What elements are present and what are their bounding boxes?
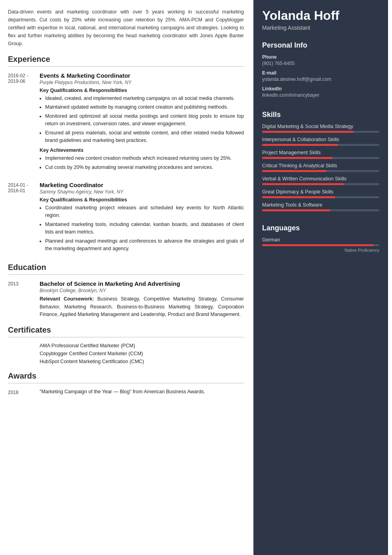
awards-divider: [8, 383, 244, 383]
skill-item: Project Management Skills: [262, 150, 379, 159]
list-item: Monitored and optimized all social media…: [45, 113, 244, 128]
list-item: Maintained updated website by managing c…: [45, 103, 244, 111]
edu-content: Bachelor of Science in Marketing And Adv…: [40, 280, 244, 318]
right-column: Yolanda Hoff Marketing Assistant Persona…: [253, 0, 388, 555]
email-label: E-mail: [262, 70, 379, 76]
job-title: Events & Marketing Coordinator: [40, 72, 244, 79]
award-year: 2018: [8, 389, 40, 395]
skill-item: Great Diplomacy & People Skills: [262, 189, 379, 198]
certificate-item: Copyblogger Certified Content Marketer (…: [40, 351, 244, 356]
email-value: yolanda.desiree.hoff@gmail.com: [262, 77, 379, 82]
list-item: Cut costs by 20% by automating several m…: [45, 164, 244, 171]
skill-name: Great Diplomacy & People Skills: [262, 189, 379, 195]
phone-label: Phone: [262, 54, 379, 60]
personal-info-title: Personal Info: [262, 41, 379, 50]
phone-value: (901) 765-8455: [262, 61, 379, 66]
experience-list: 2016-02 -2019-06 Events & Marketing Coor…: [8, 72, 244, 256]
language-item: German Native Proficiency: [262, 237, 379, 253]
certificates-section: Certificates AMA Professional Certified …: [8, 325, 244, 364]
list-item: Coordinated marketing project releases a…: [45, 204, 244, 220]
education-section: Education 2013 Bachelor of Science in Ma…: [8, 263, 244, 318]
exp-dates: 2016-02 -2019-06: [8, 72, 40, 174]
achievements-list: Implemented new content creation methods…: [40, 155, 244, 171]
qualifications-list: Ideated, created, and implemented market…: [40, 95, 244, 144]
skill-name: Project Management Skills: [262, 150, 379, 155]
list-item: Maintained marketing tools, including ca…: [45, 221, 244, 236]
experience-title: Experience: [8, 55, 244, 64]
linkedin-value: linkedin.com/in/nancybayer: [262, 92, 379, 98]
skill-item: Interpersonal & Collaboration Skills: [262, 137, 379, 146]
qualifications-label: Key Qualifications & Responsibilities: [40, 197, 244, 203]
awards-section: Awards 2018 "Marketing Campaign of the Y…: [8, 371, 244, 395]
edu-degree: Bachelor of Science in Marketing And Adv…: [40, 280, 244, 287]
linkedin-label: LinkedIn: [262, 86, 379, 92]
skill-bar-bg: [262, 157, 379, 159]
list-item: Implemented new content creation methods…: [45, 155, 244, 162]
skill-bar-bg: [262, 183, 379, 185]
certificates-list: AMA Professional Certified Marketer (PCM…: [8, 343, 244, 364]
list-item: Ideated, created, and implemented market…: [45, 95, 244, 102]
experience-section: Experience 2016-02 -2019-06 Events & Mar…: [8, 55, 244, 256]
experience-divider: [8, 66, 244, 67]
person-title: Marketing Assistant: [262, 25, 379, 31]
languages-title: Languages: [262, 224, 379, 233]
skill-bar-fill: [262, 183, 344, 185]
skill-item: Digital Marketing & Social Media Strateg…: [262, 124, 379, 133]
job-company: Sammy Shaymu Agency, New York, NY: [40, 189, 244, 195]
skill-item: Marketing Tools & Software: [262, 202, 379, 211]
edu-year: 2013: [8, 280, 40, 318]
experience-item: 2016-02 -2019-06 Events & Marketing Coor…: [8, 72, 244, 174]
skill-item: Verbal & Written Communication Skills: [262, 176, 379, 185]
summary: Data-driven events and marketing coordin…: [8, 8, 244, 48]
skill-bar-bg: [262, 196, 379, 198]
skill-name: Digital Marketing & Social Media Strateg…: [262, 124, 379, 129]
skill-bar-bg: [262, 170, 379, 172]
education-divider: [8, 274, 244, 275]
exp-content: Marketing Coordinator Sammy Shaymu Agenc…: [40, 182, 244, 256]
exp-dates: 2014-01 -2016-01: [8, 182, 40, 256]
achievements-label: Key Achievements: [40, 147, 244, 153]
skill-bar-bg: [262, 131, 379, 133]
skills-section: Skills Digital Marketing & Social Media …: [253, 106, 388, 219]
certificates-title: Certificates: [8, 325, 244, 335]
skill-name: Verbal & Written Communication Skills: [262, 176, 379, 182]
personal-info-section: Personal Info Phone (901) 765-8455 E-mai…: [253, 36, 388, 106]
language-bar-bg: [262, 244, 379, 246]
edu-coursework: Relevant Coursework: Business Strategy, …: [40, 295, 244, 318]
skill-bar-fill: [262, 209, 330, 211]
skill-bar-fill: [262, 144, 338, 146]
language-name: German: [262, 237, 379, 243]
experience-item: 2014-01 -2016-01 Marketing Coordinator S…: [8, 182, 244, 256]
awards-list: 2018 "Marketing Campaign of the Year — B…: [8, 389, 244, 395]
skill-bar-fill: [262, 131, 354, 133]
certificate-item: AMA Professional Certified Marketer (PCM…: [40, 343, 244, 348]
skill-name: Interpersonal & Collaboration Skills: [262, 137, 379, 142]
qualifications-label: Key Qualifications & Responsibilities: [40, 88, 244, 93]
awards-title: Awards: [8, 371, 244, 381]
skill-name: Critical Thinking & Analytical Skills: [262, 163, 379, 168]
list-item: Ensured all press materials, social and …: [45, 129, 244, 145]
education-list: 2013 Bachelor of Science in Marketing An…: [8, 280, 244, 318]
education-item: 2013 Bachelor of Science in Marketing An…: [8, 280, 244, 318]
qualifications-list: Coordinated marketing project releases a…: [40, 204, 244, 253]
job-title: Marketing Coordinator: [40, 182, 244, 188]
award-item: 2018 "Marketing Campaign of the Year — B…: [8, 389, 244, 395]
certificate-item: HubSpot Content Marketing Certification …: [40, 359, 244, 364]
exp-content: Events & Marketing Coordinator Purple Pl…: [40, 72, 244, 174]
skills-title: Skills: [262, 111, 379, 120]
education-title: Education: [8, 263, 244, 272]
skill-bar-fill: [262, 196, 335, 198]
language-bar-fill: [262, 244, 373, 246]
languages-section: Languages German Native Proficiency: [253, 219, 388, 260]
skill-bar-fill: [262, 157, 333, 159]
languages-list: German Native Proficiency: [262, 237, 379, 253]
skill-item: Critical Thinking & Analytical Skills: [262, 163, 379, 172]
skill-bar-bg: [262, 144, 379, 146]
certificates-divider: [8, 337, 244, 337]
language-level: Native Proficiency: [262, 248, 379, 253]
person-name: Yolanda Hoff: [262, 9, 379, 23]
skill-bar-fill: [262, 170, 327, 172]
list-item: Planned and managed meetings and confere…: [45, 237, 244, 253]
award-text: "Marketing Campaign of the Year — Blog" …: [40, 389, 244, 395]
skill-bar-bg: [262, 209, 379, 211]
